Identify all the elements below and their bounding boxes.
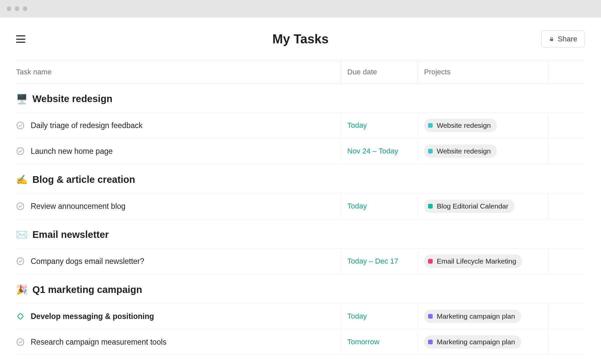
svg-rect-0 xyxy=(550,39,553,41)
complete-check-icon[interactable] xyxy=(16,147,25,155)
section-title-text: Blog & article creation xyxy=(32,174,135,185)
project-pill-label: Marketing campaign plan xyxy=(437,312,515,320)
task-name-cell: Company dogs email newsletter? xyxy=(16,251,341,272)
project-color-dot-icon xyxy=(428,204,433,209)
project-color-dot-icon xyxy=(428,314,433,319)
milestone-diamond-icon[interactable] xyxy=(16,312,25,321)
task-name: Daily triage of redesign feedback xyxy=(31,121,143,130)
svg-point-1 xyxy=(17,122,24,129)
section-header[interactable]: ✍️Blog & article creation xyxy=(16,164,585,193)
task-name-cell: Launch new home page xyxy=(16,141,341,162)
traffic-light-minimize[interactable] xyxy=(15,6,19,11)
column-header-due[interactable]: Due date xyxy=(341,61,418,83)
task-row[interactable]: Develop messaging & positioningTodayMark… xyxy=(16,303,585,329)
share-button[interactable]: Share xyxy=(541,30,585,48)
section-header[interactable]: 🖥️Website redesign xyxy=(16,83,585,112)
menu-hamburger-icon[interactable] xyxy=(16,35,25,43)
share-button-label: Share xyxy=(558,35,577,43)
task-due-cell[interactable]: Tomorrow xyxy=(341,332,418,352)
window-titlebar xyxy=(0,0,601,17)
task-row[interactable]: Daily triage of redesign feedbackTodayWe… xyxy=(16,112,585,138)
task-row[interactable]: Research campaign measurement toolsTomor… xyxy=(16,329,585,355)
columns-header: Task name Due date Projects xyxy=(16,61,585,83)
task-extra-cell xyxy=(548,200,585,212)
section-emoji-icon: ✉️ xyxy=(16,229,28,240)
traffic-light-close[interactable] xyxy=(7,6,11,11)
complete-check-icon[interactable] xyxy=(16,202,25,211)
traffic-light-zoom[interactable] xyxy=(23,6,27,11)
task-name-cell: Develop messaging & positioning xyxy=(16,306,341,327)
svg-point-4 xyxy=(17,258,24,265)
section-title-text: Q1 marketing campaign xyxy=(32,284,142,295)
project-pill[interactable]: Marketing campaign plan xyxy=(424,335,521,349)
task-due-date: Today xyxy=(347,312,367,321)
lock-icon xyxy=(549,36,554,42)
task-due-cell[interactable]: Today xyxy=(341,306,418,327)
task-extra-cell xyxy=(548,145,585,157)
project-pill-label: Website redesign xyxy=(437,121,491,129)
task-due-cell[interactable]: Nov 24 – Today xyxy=(341,141,418,161)
task-name: Launch new home page xyxy=(31,147,113,156)
task-row[interactable]: Launch new home pageNov 24 – TodayWebsit… xyxy=(16,138,585,164)
project-pill[interactable]: Blog Editorial Calendar xyxy=(424,200,515,213)
complete-check-icon[interactable] xyxy=(16,257,25,266)
project-pill[interactable]: Email Lifecycle Marketing xyxy=(424,255,522,268)
task-name: Company dogs email newsletter? xyxy=(31,257,144,266)
svg-point-3 xyxy=(17,203,24,210)
project-color-dot-icon xyxy=(428,259,433,264)
task-name-cell: Research campaign measurement tools xyxy=(16,332,341,353)
task-projects-cell[interactable]: Email Lifecycle Marketing xyxy=(418,249,548,274)
project-color-dot-icon xyxy=(428,149,433,153)
task-due-date: Today xyxy=(347,121,367,130)
task-name-cell: Daily triage of redesign feedback xyxy=(16,115,341,136)
project-pill[interactable]: Website redesign xyxy=(424,144,497,158)
section-header[interactable]: ✉️Email newsletter xyxy=(16,219,585,248)
task-extra-cell xyxy=(548,310,585,322)
task-projects-cell[interactable]: Marketing campaign plan xyxy=(418,329,548,355)
task-extra-cell xyxy=(548,255,585,267)
section-title-text: Email newsletter xyxy=(32,229,109,240)
project-pill-label: Email Lifecycle Marketing xyxy=(437,257,516,265)
task-projects-cell[interactable]: Blog Editorial Calendar xyxy=(418,194,548,219)
task-projects-cell[interactable]: Marketing campaign plan xyxy=(418,304,548,329)
task-row[interactable]: Company dogs email newsletter?Today – De… xyxy=(16,248,585,274)
task-due-date: Nov 24 – Today xyxy=(347,147,398,155)
section-emoji-icon: 🖥️ xyxy=(16,93,28,104)
svg-rect-5 xyxy=(17,313,23,319)
task-due-cell[interactable]: Today xyxy=(341,196,418,217)
project-pill-label: Blog Editorial Calendar xyxy=(437,202,509,210)
task-name-cell: Review announcement blog xyxy=(16,196,341,217)
task-projects-cell[interactable]: Website redesign xyxy=(418,138,548,164)
task-name: Review announcement blog xyxy=(31,202,126,211)
complete-check-icon[interactable] xyxy=(16,121,25,130)
column-header-projects[interactable]: Projects xyxy=(418,61,548,83)
project-pill-label: Website redesign xyxy=(437,147,491,155)
task-name: Develop messaging & positioning xyxy=(31,312,154,321)
section-header[interactable]: 🎉Q1 marketing campaign xyxy=(16,274,585,303)
section-emoji-icon: ✍️ xyxy=(16,174,28,185)
task-projects-cell[interactable]: Website redesign xyxy=(418,113,548,138)
column-header-extra xyxy=(548,61,585,83)
task-name: Research campaign measurement tools xyxy=(31,338,167,347)
project-color-dot-icon xyxy=(428,340,433,344)
task-row[interactable]: Review announcement blogTodayBlog Editor… xyxy=(16,193,585,219)
section-emoji-icon: 🎉 xyxy=(16,284,28,295)
section-title-text: Website redesign xyxy=(32,93,113,104)
svg-point-2 xyxy=(17,148,24,155)
task-due-date: Tomorrow xyxy=(347,338,380,346)
task-extra-cell xyxy=(548,336,585,348)
page-title: My Tasks xyxy=(272,32,329,46)
project-color-dot-icon xyxy=(428,123,433,128)
task-due-date: Today – Dec 17 xyxy=(347,257,398,266)
task-extra-cell xyxy=(548,119,585,131)
project-pill[interactable]: Marketing campaign plan xyxy=(424,310,521,323)
column-header-name[interactable]: Task name xyxy=(16,61,341,83)
topbar: My Tasks Share xyxy=(16,17,585,61)
task-due-cell[interactable]: Today xyxy=(341,115,418,136)
task-due-date: Today xyxy=(347,202,367,211)
project-pill-label: Marketing campaign plan xyxy=(437,338,515,346)
complete-check-icon[interactable] xyxy=(16,338,25,346)
project-pill[interactable]: Website redesign xyxy=(424,119,497,132)
task-due-cell[interactable]: Today – Dec 17 xyxy=(341,251,418,272)
svg-point-6 xyxy=(17,339,24,346)
